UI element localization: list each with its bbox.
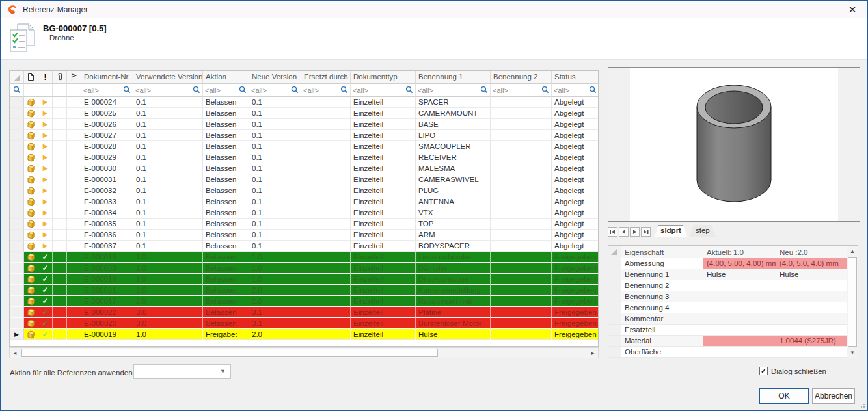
- scroll-right-button[interactable]: ▸: [588, 348, 598, 358]
- close-dialog-option[interactable]: ✓ Dialog schließen: [759, 367, 826, 375]
- column-header-5[interactable]: Ersetzt durch: [301, 71, 351, 84]
- properties-header-row: EigenschaftAktuell: 1.0Neu :2.0: [608, 246, 858, 258]
- scroll-left-button[interactable]: ◂: [10, 348, 20, 358]
- search-icon[interactable]: [10, 84, 24, 97]
- next-page-icon[interactable]: [630, 227, 640, 237]
- table-row[interactable]: ▶E-0000370.1Belassen0.1EinzelteilBODYSPA…: [10, 241, 598, 252]
- scrollbar-thumb[interactable]: [21, 349, 438, 357]
- scrollbar-thumb[interactable]: [848, 257, 857, 347]
- chevron-down-icon[interactable]: ▼: [220, 368, 226, 375]
- filter-input-9[interactable]: <all>: [552, 84, 599, 97]
- close-icon[interactable]: ✕: [846, 3, 859, 16]
- table-row[interactable]: ▶E-0000250.1Belassen0.1EinzelteilCAMERAM…: [10, 108, 598, 119]
- search-icon[interactable]: [340, 86, 348, 95]
- search-icon[interactable]: [291, 86, 299, 95]
- search-icon[interactable]: [123, 86, 131, 95]
- column-header-8[interactable]: Benennung 2: [491, 71, 552, 84]
- filter-input-6[interactable]: <all>: [351, 84, 416, 97]
- column-header-1[interactable]: Dokument-Nr.: [81, 71, 133, 84]
- table-row[interactable]: ▶E-0000290.1Belassen0.1EinzelteilRECEIVE…: [10, 152, 598, 163]
- table-row[interactable]: ✓E-0000223.0Belassen3.1EinzelteilPlatine…: [10, 307, 598, 318]
- table-row[interactable]: ▶E-0000360.1Belassen0.1EinzelteilARMAbge…: [10, 230, 598, 241]
- scroll-up-button[interactable]: ▲: [847, 246, 858, 256]
- document-column-icon[interactable]: [24, 71, 38, 84]
- cell-ersetzt-durch: [301, 329, 351, 340]
- filter-input-4[interactable]: <all>: [249, 84, 301, 97]
- property-row[interactable]: Oberfläche: [608, 347, 858, 358]
- flag-cell: [67, 230, 81, 241]
- flag-column-icon[interactable]: [67, 71, 81, 84]
- previous-page-icon[interactable]: [619, 227, 629, 237]
- table-row[interactable]: ▶E-0000340.1Belassen0.1EinzelteilVTXAbge…: [10, 207, 598, 219]
- last-page-icon[interactable]: [641, 227, 651, 237]
- column-header-9[interactable]: Status: [552, 71, 599, 84]
- property-new-value: [776, 347, 848, 358]
- property-row[interactable]: Kommentar: [608, 313, 858, 325]
- table-row[interactable]: ▶E-0000300.1Belassen0.1EinzelteilMALESMA…: [10, 163, 598, 174]
- scroll-down-button[interactable]: ▼: [847, 347, 858, 358]
- property-row[interactable]: Benennung 4: [608, 302, 858, 313]
- column-header-6[interactable]: Dokumenttyp: [351, 71, 416, 84]
- horizontal-scrollbar[interactable]: ◂ ▸: [9, 347, 599, 358]
- ok-button[interactable]: OK: [759, 388, 809, 404]
- table-row[interactable]: ▶E-0000320.1Belassen0.1EinzelteilPLUGAbg…: [10, 185, 598, 196]
- cell-benennung-1: Kameraverstellung: [416, 285, 491, 296]
- attachment-cell: [53, 296, 67, 307]
- table-row[interactable]: ▶E-0000240.1Belassen0.1EinzelteilSPACERA…: [10, 97, 598, 108]
- vertical-scrollbar[interactable]: ▲▼: [847, 246, 858, 358]
- property-row[interactable]: Material1.0044 (S275JR): [608, 336, 858, 347]
- search-icon[interactable]: [541, 86, 549, 95]
- column-header-2[interactable]: Verwendete Version: [133, 71, 203, 84]
- apply-action-combobox[interactable]: ▼: [133, 364, 231, 379]
- row-gutter: [10, 196, 24, 207]
- table-row[interactable]: ▶E-0000280.1Belassen0.1EinzelteilSMACOUP…: [10, 141, 598, 152]
- filter-input-2[interactable]: <all>: [133, 84, 203, 97]
- tab-sldprt[interactable]: sldprt: [655, 225, 687, 237]
- cell-benennung-1: BODYSPACER: [416, 241, 491, 252]
- table-row[interactable]: ✓E-0000212.0Belassen2.0EinzelteilKamerav…: [10, 285, 598, 296]
- cell-benennung-2: [491, 163, 552, 174]
- table-row[interactable]: ▶E-0000350.1Belassen0.1EinzelteilTOPAbge…: [10, 219, 598, 230]
- filter-input-1[interactable]: <all>: [81, 84, 133, 97]
- attachment-cell: [53, 185, 67, 196]
- search-icon[interactable]: [193, 86, 200, 95]
- table-row[interactable]: ▶E-0000260.1Belassen0.1EinzelteilBASEAbg…: [10, 119, 598, 130]
- search-icon[interactable]: [405, 86, 413, 95]
- table-row[interactable]: ▶✓E-0000191.0Freigabe:2.0EinzelteilHülse…: [10, 329, 598, 340]
- filter-input-5[interactable]: <all>: [301, 84, 351, 97]
- property-row[interactable]: Benennung 1HülseHülse: [608, 269, 858, 280]
- checkbox[interactable]: ✓: [759, 367, 768, 375]
- table-row[interactable]: ✓E-0000231.0Belassen1.0EinzelteilDämpfer…: [10, 263, 598, 274]
- table-row[interactable]: ✓E-0000181.0Belassen1.0EinzelteilLinsens…: [10, 252, 598, 263]
- exclamation-column-icon[interactable]: !: [38, 71, 53, 84]
- filter-input-3[interactable]: <all>: [203, 84, 249, 97]
- column-header-4[interactable]: Neue Version: [249, 71, 301, 84]
- first-page-icon[interactable]: [608, 227, 617, 237]
- search-icon[interactable]: [239, 86, 247, 95]
- props-column-header-3[interactable]: Neu :2.0: [776, 246, 848, 258]
- property-row[interactable]: Benennung 2: [608, 280, 858, 291]
- property-row[interactable]: Ersatzteil: [608, 325, 858, 336]
- cell-status: Abgelegt: [552, 196, 599, 207]
- props-column-header-1[interactable]: Eigenschaft: [621, 246, 703, 258]
- search-icon[interactable]: [480, 86, 488, 95]
- filter-input-7[interactable]: <all>: [416, 84, 491, 97]
- column-header-3[interactable]: Aktion: [203, 71, 249, 84]
- table-row[interactable]: ▶E-0000310.1Belassen0.1EinzelteilCAMERAS…: [10, 174, 598, 185]
- props-column-header-2[interactable]: Aktuell: 1.0: [703, 246, 776, 258]
- cancel-button[interactable]: Abbrechen: [812, 388, 855, 404]
- property-row[interactable]: Benennung 3: [608, 291, 858, 302]
- search-icon[interactable]: [589, 86, 597, 95]
- column-header-7[interactable]: Benennung 1: [416, 71, 491, 84]
- property-row[interactable]: Abmessung(4.00, 5.00, 4.00) mm(4.0, 5.0,…: [608, 258, 858, 269]
- resize-grip[interactable]: [859, 402, 865, 408]
- table-row[interactable]: ✓E-0000203.0Belassen3.1EinzelteilBürsten…: [10, 318, 598, 329]
- cell-benennung-2: [491, 185, 552, 196]
- table-row[interactable]: ✓E-0000172.0Belassen2.0EinzelteilRotatio…: [10, 296, 598, 307]
- table-row[interactable]: ▶E-0000270.1Belassen0.1EinzelteilLIPOAbg…: [10, 130, 598, 141]
- table-row[interactable]: ▶E-0000330.1Belassen0.1EinzelteilANTENNA…: [10, 196, 598, 207]
- tab-step[interactable]: step: [690, 225, 716, 237]
- filter-input-8[interactable]: <all>: [491, 84, 552, 97]
- table-row[interactable]: ✓E-0000161.0Belassen1.0EinzelteilDrucksc…: [10, 274, 598, 285]
- attachment-column-icon[interactable]: [53, 71, 67, 84]
